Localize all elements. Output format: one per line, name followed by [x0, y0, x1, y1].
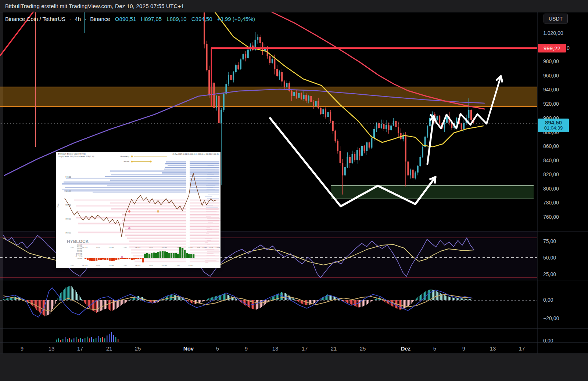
- svg-text:12:00: 12:00: [123, 265, 127, 266]
- change-value: +3,99 (+0,45%): [217, 16, 255, 22]
- footer-bar: TradingView: [0, 353, 588, 381]
- indicator-tick[interactable]: 0,00: [543, 297, 553, 303]
- svg-text:350.00M: 350.00M: [77, 244, 82, 246]
- svg-text:12:00: 12:00: [70, 265, 74, 266]
- svg-text:09 Dez 2025 08:19 | O: 888,01: 09 Dez 2025 08:19 | O: 888,01 H: 888,66 …: [172, 153, 219, 155]
- svg-text:1.00M: 1.00M: [196, 247, 200, 248]
- price-tick[interactable]: 960,00: [543, 73, 559, 79]
- time-tick[interactable]: 13: [490, 345, 496, 352]
- last-price: 894,50: [538, 119, 569, 126]
- time-tick[interactable]: 17: [519, 345, 525, 352]
- svg-text:-50.00M: -50.00M: [77, 258, 82, 259]
- indicator-tick[interactable]: 25,00: [543, 271, 556, 277]
- price-alert-label[interactable]: 999,22: [538, 44, 566, 52]
- legend-separator: ·: [69, 16, 71, 22]
- time-tick[interactable]: Nov: [183, 345, 194, 352]
- svg-text:200.00M: 200.00M: [77, 250, 82, 251]
- svg-text:06 Dez: 06 Dez: [82, 265, 87, 266]
- indicator-tick[interactable]: 75,00: [543, 238, 556, 244]
- time-tick[interactable]: 25: [360, 345, 366, 352]
- svg-text:12:00: 12:00: [176, 265, 180, 266]
- indicator-tick[interactable]: 50,00: [543, 255, 556, 261]
- price-tick[interactable]: 780,00: [543, 200, 559, 206]
- svg-text:900.00: 900.00: [65, 204, 71, 206]
- svg-text:07 Dez: 07 Dez: [109, 265, 114, 266]
- price-tick[interactable]: 860,00: [543, 143, 559, 149]
- tradingview-screenshot: BitbullTrading erstellt mit TradingView.…: [0, 0, 588, 381]
- svg-text:920.00: 920.00: [65, 190, 71, 192]
- svg-text:HYBLOCK: HYBLOCK: [67, 239, 89, 244]
- price-tick[interactable]: 800,00: [543, 186, 559, 192]
- hyblock-inset-canvas: BNBUSDT (Binance USDⓈ-M Perp)Long liqLev…: [56, 152, 220, 268]
- close-value: C894,50: [191, 16, 212, 22]
- exchange-label[interactable]: Binance: [90, 16, 110, 22]
- svg-text:10 Dez: 10 Dez: [188, 265, 193, 266]
- indicator-tick[interactable]: 0,00: [543, 338, 553, 344]
- svg-text:09 Dez: 09 Dez: [162, 265, 167, 266]
- macd-histogram: [3, 286, 471, 316]
- svg-text:07 Dez: 07 Dez: [109, 247, 114, 248]
- svg-text:0.00: 0.00: [80, 256, 82, 258]
- time-tick[interactable]: 9: [245, 345, 248, 352]
- svg-text:12:00: 12:00: [70, 247, 74, 248]
- price-tick[interactable]: 920,00: [543, 101, 559, 107]
- svg-text:150.00M: 150.00M: [77, 251, 82, 253]
- svg-text:940.00: 940.00: [65, 176, 71, 178]
- svg-text:12:00: 12:00: [149, 265, 154, 266]
- svg-text:Price: Price: [57, 203, 59, 207]
- svg-text:5.00M: 5.00M: [209, 247, 214, 248]
- time-tick[interactable]: 13: [49, 345, 55, 352]
- svg-text:12:00: 12:00: [123, 247, 127, 248]
- svg-text:08 Dez: 08 Dez: [135, 247, 140, 248]
- svg-text:12:00: 12:00: [96, 247, 101, 248]
- svg-text:08 Dez: 08 Dez: [135, 265, 140, 266]
- svg-text:Long liqLevels: 288 | Short li: Long liqLevels: 288 | Short liqLevels: 2…: [58, 156, 94, 157]
- last-price-countdown-label: 894,50 01:04:39: [538, 119, 569, 132]
- open-value: O890,51: [115, 16, 136, 22]
- price-tick[interactable]: 760,00: [543, 214, 559, 220]
- svg-text:BNBUSDT (Binance USDⓈ-M Perp): BNBUSDT (Binance USDⓈ-M Perp): [58, 153, 86, 155]
- svg-text:12:00: 12:00: [96, 265, 101, 266]
- time-tick[interactable]: 9: [462, 345, 465, 352]
- svg-text:860.00: 860.00: [65, 232, 71, 234]
- svg-text:100.00M: 100.00M: [77, 253, 82, 254]
- time-tick[interactable]: 25: [135, 345, 141, 352]
- time-tick[interactable]: 5: [216, 345, 219, 352]
- time-tick[interactable]: Dez: [401, 345, 411, 352]
- svg-text:06 Dez: 06 Dez: [82, 247, 87, 248]
- low-value: L889,10: [166, 16, 186, 22]
- price-tick[interactable]: 980,00: [543, 58, 559, 64]
- bar-countdown: 01:04:39: [538, 126, 569, 131]
- price-tick[interactable]: 1.020,00: [543, 30, 563, 36]
- time-tick[interactable]: 21: [106, 345, 112, 352]
- svg-text:12:00: 12:00: [176, 247, 180, 248]
- svg-text:300.00M: 300.00M: [77, 246, 82, 248]
- indicator-tick[interactable]: −20,00: [543, 315, 559, 321]
- covered-axis-tick: 0: [567, 45, 570, 51]
- svg-text:7.00M: 7.00M: [215, 247, 220, 248]
- chart-legend: Binance Coin / TetherUS · 4h · Binance O…: [5, 16, 255, 22]
- price-tick[interactable]: 840,00: [543, 157, 559, 163]
- price-tick[interactable]: 940,00: [543, 87, 559, 92]
- svg-text:12:00: 12:00: [149, 247, 154, 248]
- svg-text:2.00M: 2.00M: [202, 247, 207, 248]
- high-value: H897,05: [141, 16, 162, 22]
- time-tick[interactable]: 9: [21, 345, 24, 352]
- svg-text:10 Dez: 10 Dez: [188, 247, 193, 248]
- legend-separator: ·: [85, 16, 86, 22]
- svg-text:250.00M: 250.00M: [77, 248, 82, 249]
- time-tick[interactable]: 17: [302, 345, 308, 352]
- time-tick[interactable]: 13: [272, 345, 279, 352]
- svg-text:09 Dez: 09 Dez: [162, 247, 167, 248]
- mini-volume-bars: [56, 332, 118, 342]
- interval-label[interactable]: 4h: [75, 16, 81, 22]
- price-tick[interactable]: 820,00: [543, 171, 559, 177]
- time-tick[interactable]: 5: [433, 345, 436, 352]
- symbol-name[interactable]: Binance Coin / TetherUS: [5, 16, 65, 22]
- time-tick[interactable]: 17: [77, 345, 83, 352]
- svg-text:50.00M: 50.00M: [78, 254, 82, 256]
- currency-toggle-button[interactable]: USDT: [544, 14, 568, 23]
- time-tick[interactable]: 21: [331, 345, 337, 352]
- hyblock-liquidation-inset: BNBUSDT (Binance USDⓈ-M Perp)Long liqLev…: [56, 152, 220, 268]
- svg-text:Anchor: Anchor: [123, 160, 129, 163]
